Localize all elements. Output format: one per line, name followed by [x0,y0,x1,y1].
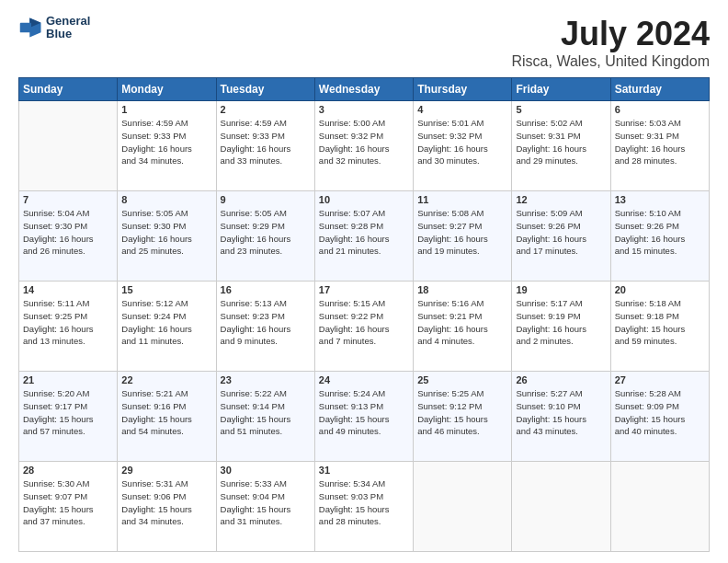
day-info: Sunrise: 5:13 AM Sunset: 9:23 PM Dayligh… [221,297,311,348]
calendar-header-sunday: Sunday [19,78,118,101]
day-info: Sunrise: 5:10 AM Sunset: 9:26 PM Dayligh… [615,207,705,258]
logo: General Blue [18,15,90,41]
calendar-cell: 17Sunrise: 5:15 AM Sunset: 9:22 PM Dayli… [314,282,413,372]
day-info: Sunrise: 5:02 AM Sunset: 9:31 PM Dayligh… [516,117,606,167]
day-info: Sunrise: 5:08 AM Sunset: 9:27 PM Dayligh… [417,207,507,258]
calendar-cell: 15Sunrise: 5:12 AM Sunset: 9:24 PM Dayli… [118,282,216,372]
calendar-cell: 10Sunrise: 5:07 AM Sunset: 9:28 PM Dayli… [314,191,413,282]
day-number: 2 [221,104,311,115]
day-number: 13 [615,194,705,205]
day-number: 9 [221,194,311,205]
calendar-cell: 29Sunrise: 5:31 AM Sunset: 9:06 PM Dayli… [118,462,216,552]
day-info: Sunrise: 5:18 AM Sunset: 9:18 PM Dayligh… [615,297,705,348]
calendar-cell: 24Sunrise: 5:24 AM Sunset: 9:13 PM Dayli… [314,372,413,462]
day-number: 12 [516,194,606,205]
calendar-cell [610,462,709,552]
subtitle: Risca, Wales, United Kingdom [512,53,711,70]
day-number: 16 [221,284,311,295]
day-info: Sunrise: 5:24 AM Sunset: 9:13 PM Dayligh… [319,387,409,438]
day-number: 26 [516,374,606,385]
calendar-cell: 26Sunrise: 5:27 AM Sunset: 9:10 PM Dayli… [512,372,610,462]
calendar: SundayMondayTuesdayWednesdayThursdayFrid… [18,77,710,552]
calendar-cell: 1Sunrise: 4:59 AM Sunset: 9:33 PM Daylig… [118,101,216,191]
calendar-header-wednesday: Wednesday [314,78,413,101]
calendar-header-saturday: Saturday [610,78,709,101]
calendar-cell: 12Sunrise: 5:09 AM Sunset: 9:26 PM Dayli… [512,191,610,282]
day-info: Sunrise: 5:21 AM Sunset: 9:16 PM Dayligh… [121,387,211,438]
calendar-cell: 2Sunrise: 4:59 AM Sunset: 9:33 PM Daylig… [216,101,314,191]
day-info: Sunrise: 5:12 AM Sunset: 9:24 PM Dayligh… [121,297,211,348]
day-info: Sunrise: 5:07 AM Sunset: 9:28 PM Dayligh… [319,207,409,258]
calendar-cell: 6Sunrise: 5:03 AM Sunset: 9:31 PM Daylig… [610,101,709,191]
day-info: Sunrise: 5:22 AM Sunset: 9:14 PM Dayligh… [221,387,311,438]
day-info: Sunrise: 5:34 AM Sunset: 9:03 PM Dayligh… [319,477,409,528]
title-block: July 2024 Risca, Wales, United Kingdom [512,15,711,70]
day-number: 25 [417,374,507,385]
calendar-cell: 28Sunrise: 5:30 AM Sunset: 9:07 PM Dayli… [19,462,118,552]
calendar-cell: 23Sunrise: 5:22 AM Sunset: 9:14 PM Dayli… [216,372,314,462]
svg-rect-2 [20,23,31,33]
day-number: 3 [319,104,409,115]
calendar-header-thursday: Thursday [414,78,512,101]
calendar-cell: 7Sunrise: 5:04 AM Sunset: 9:30 PM Daylig… [19,191,118,282]
day-info: Sunrise: 5:30 AM Sunset: 9:07 PM Dayligh… [23,477,113,528]
logo-icon [18,15,44,40]
calendar-cell: 16Sunrise: 5:13 AM Sunset: 9:23 PM Dayli… [216,282,314,372]
header: General Blue July 2024 Risca, Wales, Uni… [18,15,710,70]
day-info: Sunrise: 5:31 AM Sunset: 9:06 PM Dayligh… [121,477,211,528]
calendar-header-friday: Friday [512,78,610,101]
day-number: 8 [121,194,211,205]
logo-line2: Blue [46,28,90,40]
calendar-cell: 3Sunrise: 5:00 AM Sunset: 9:32 PM Daylig… [314,101,413,191]
day-number: 27 [615,374,705,385]
day-number: 31 [319,465,409,476]
day-number: 23 [221,374,311,385]
day-info: Sunrise: 5:00 AM Sunset: 9:32 PM Dayligh… [319,117,409,167]
calendar-cell: 30Sunrise: 5:33 AM Sunset: 9:04 PM Dayli… [216,462,314,552]
calendar-cell [512,462,610,552]
calendar-cell: 18Sunrise: 5:16 AM Sunset: 9:21 PM Dayli… [414,282,512,372]
calendar-cell: 14Sunrise: 5:11 AM Sunset: 9:25 PM Dayli… [19,282,118,372]
day-info: Sunrise: 5:11 AM Sunset: 9:25 PM Dayligh… [23,297,113,348]
calendar-header-monday: Monday [118,78,216,101]
day-number: 17 [319,284,409,295]
calendar-cell: 8Sunrise: 5:05 AM Sunset: 9:30 PM Daylig… [118,191,216,282]
day-number: 20 [615,284,705,295]
page: General Blue July 2024 Risca, Wales, Uni… [0,0,728,563]
day-info: Sunrise: 5:16 AM Sunset: 9:21 PM Dayligh… [417,297,507,348]
day-info: Sunrise: 5:03 AM Sunset: 9:31 PM Dayligh… [615,117,705,167]
calendar-cell: 27Sunrise: 5:28 AM Sunset: 9:09 PM Dayli… [610,372,709,462]
day-info: Sunrise: 5:05 AM Sunset: 9:29 PM Dayligh… [221,207,311,258]
day-number: 15 [121,284,211,295]
day-number: 21 [23,374,113,385]
day-number: 10 [319,194,409,205]
main-title: July 2024 [512,15,711,53]
day-info: Sunrise: 5:20 AM Sunset: 9:17 PM Dayligh… [23,387,113,438]
calendar-cell [19,101,118,191]
calendar-cell: 4Sunrise: 5:01 AM Sunset: 9:32 PM Daylig… [414,101,512,191]
day-info: Sunrise: 4:59 AM Sunset: 9:33 PM Dayligh… [221,117,311,167]
calendar-week-2: 7Sunrise: 5:04 AM Sunset: 9:30 PM Daylig… [19,191,710,282]
day-number: 4 [417,104,507,115]
day-info: Sunrise: 5:25 AM Sunset: 9:12 PM Dayligh… [417,387,507,438]
day-number: 19 [516,284,606,295]
day-info: Sunrise: 5:33 AM Sunset: 9:04 PM Dayligh… [221,477,311,528]
logo-line1: General [46,15,90,28]
day-info: Sunrise: 5:28 AM Sunset: 9:09 PM Dayligh… [615,387,705,438]
day-number: 11 [417,194,507,205]
day-number: 7 [23,194,113,205]
day-number: 22 [121,374,211,385]
calendar-cell: 13Sunrise: 5:10 AM Sunset: 9:26 PM Dayli… [610,191,709,282]
day-number: 29 [121,465,211,476]
calendar-cell: 21Sunrise: 5:20 AM Sunset: 9:17 PM Dayli… [19,372,118,462]
calendar-cell: 25Sunrise: 5:25 AM Sunset: 9:12 PM Dayli… [414,372,512,462]
calendar-week-4: 21Sunrise: 5:20 AM Sunset: 9:17 PM Dayli… [19,372,710,462]
calendar-header-tuesday: Tuesday [216,78,314,101]
calendar-cell: 19Sunrise: 5:17 AM Sunset: 9:19 PM Dayli… [512,282,610,372]
calendar-cell: 20Sunrise: 5:18 AM Sunset: 9:18 PM Dayli… [610,282,709,372]
day-number: 28 [23,465,113,476]
day-number: 6 [615,104,705,115]
calendar-week-1: 1Sunrise: 4:59 AM Sunset: 9:33 PM Daylig… [19,101,710,191]
day-number: 1 [121,104,211,115]
calendar-week-3: 14Sunrise: 5:11 AM Sunset: 9:25 PM Dayli… [19,282,710,372]
